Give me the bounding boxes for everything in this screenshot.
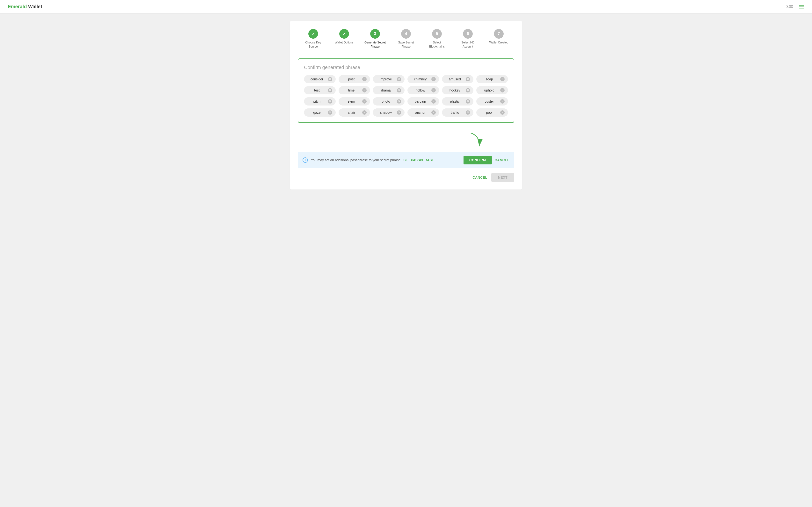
- phrase-remove-13[interactable]: ✕: [328, 99, 332, 104]
- phrase-chip-9: drama ✕: [373, 86, 405, 95]
- wizard-card: ✓ Choose Key Source ✓ Wallet Options 3 G…: [290, 21, 522, 189]
- step-circle-5: 5: [432, 29, 442, 39]
- phrase-chip-22: anchor ✕: [407, 108, 439, 117]
- phrase-chip-6: soap ✕: [476, 75, 508, 83]
- step-1: ✓ Choose Key Source: [298, 29, 329, 49]
- phrase-chip-11: hockey ✕: [442, 86, 474, 95]
- header-right: 0.00: [785, 5, 804, 9]
- phrase-word-20: affair: [342, 111, 361, 114]
- phrase-chip-18: oyster ✕: [476, 97, 508, 106]
- phrase-word-4: chimney: [411, 77, 430, 81]
- phrase-remove-14[interactable]: ✕: [362, 99, 367, 104]
- phrase-remove-7[interactable]: ✕: [328, 88, 332, 93]
- phrase-chip-10: hollow ✕: [407, 86, 439, 95]
- phrase-word-6: soap: [480, 77, 499, 81]
- phrase-word-15: photo: [376, 100, 395, 103]
- step-circle-7: 7: [494, 29, 504, 39]
- passphrase-bar: i You may set an additional passphrase t…: [298, 152, 514, 168]
- set-passphrase-link[interactable]: SET PASSPHRASE: [403, 158, 434, 162]
- phrase-chip-2: post ✕: [339, 75, 370, 83]
- phrase-word-2: post: [342, 77, 361, 81]
- phrase-word-12: uphold: [480, 89, 499, 92]
- step-4: 4 Save Secret Phrase: [391, 29, 421, 49]
- logo-dark: Wallet: [27, 4, 42, 9]
- passphrase-text: You may set an additional passphrase to …: [311, 158, 461, 162]
- app-header: Emerald Wallet 0.00: [0, 0, 812, 13]
- phrase-remove-1[interactable]: ✕: [328, 77, 332, 81]
- phrase-title: Confirm generated phrase: [304, 65, 508, 70]
- phrase-word-22: anchor: [411, 111, 430, 114]
- cancel-bottom-button[interactable]: CANCEL: [472, 175, 487, 179]
- phrase-remove-4[interactable]: ✕: [432, 77, 436, 81]
- phrase-word-7: test: [307, 89, 326, 92]
- phrase-remove-2[interactable]: ✕: [362, 77, 367, 81]
- phrase-word-14: stem: [342, 100, 361, 103]
- phrase-remove-16[interactable]: ✕: [432, 99, 436, 104]
- phrase-remove-8[interactable]: ✕: [362, 88, 367, 93]
- phrase-word-9: drama: [376, 89, 395, 92]
- step-circle-1: ✓: [308, 29, 318, 39]
- menu-icon[interactable]: [799, 5, 804, 8]
- step-7: 7 Wallet Created: [483, 29, 514, 45]
- phrase-chip-12: uphold ✕: [476, 86, 508, 95]
- step-circle-2: ✓: [339, 29, 349, 39]
- bottom-actions: CANCEL NEXT: [298, 173, 514, 182]
- phrase-remove-12[interactable]: ✕: [500, 88, 505, 93]
- phrase-remove-18[interactable]: ✕: [500, 99, 505, 104]
- phrase-word-13: pitch: [307, 100, 326, 103]
- phrase-remove-22[interactable]: ✕: [432, 110, 436, 115]
- phrase-chip-4: chimney ✕: [407, 75, 439, 83]
- phrase-remove-15[interactable]: ✕: [397, 99, 401, 104]
- phrase-chip-1: consider ✕: [304, 75, 336, 83]
- step-label-3: Generate Secret Phrase: [363, 41, 387, 49]
- phrase-chip-20: affair ✕: [339, 108, 370, 117]
- phrase-remove-6[interactable]: ✕: [500, 77, 505, 81]
- phrase-chip-23: traffic ✕: [442, 108, 474, 117]
- balance-display: 0.00: [785, 5, 793, 9]
- step-circle-6: 6: [463, 29, 473, 39]
- phrase-remove-17[interactable]: ✕: [466, 99, 470, 104]
- phrase-chip-7: test ✕: [304, 86, 336, 95]
- phrase-chip-19: gaze ✕: [304, 108, 336, 117]
- logo-green: Emerald: [8, 4, 27, 9]
- phrase-word-11: hockey: [445, 89, 464, 92]
- phrase-chip-3: improve ✕: [373, 75, 405, 83]
- phrase-remove-11[interactable]: ✕: [466, 88, 470, 93]
- step-5: 5 Select Blockchains: [421, 29, 452, 49]
- phrase-word-3: improve: [376, 77, 395, 81]
- cancel-passphrase-button[interactable]: CANCEL: [495, 158, 509, 162]
- confirm-button[interactable]: CONFIRM: [463, 156, 492, 164]
- phrase-remove-10[interactable]: ✕: [432, 88, 436, 93]
- phrase-remove-24[interactable]: ✕: [500, 110, 505, 115]
- phrase-word-16: bargain: [411, 100, 430, 103]
- menu-line-3: [799, 8, 804, 8]
- phrase-remove-19[interactable]: ✕: [328, 110, 332, 115]
- step-circle-4: 4: [401, 29, 411, 39]
- phrase-word-24: pool: [480, 111, 499, 114]
- phrase-remove-3[interactable]: ✕: [397, 77, 401, 81]
- phrase-remove-21[interactable]: ✕: [397, 110, 401, 115]
- phrase-remove-20[interactable]: ✕: [362, 110, 367, 115]
- steps-container: ✓ Choose Key Source ✓ Wallet Options 3 G…: [298, 29, 514, 49]
- phrase-word-5: amused: [445, 77, 464, 81]
- phrase-remove-9[interactable]: ✕: [397, 88, 401, 93]
- step-label-7: Wallet Created: [489, 41, 508, 45]
- phrase-box: Confirm generated phrase consider ✕ post…: [298, 58, 514, 123]
- phrase-chip-16: bargain ✕: [407, 97, 439, 106]
- menu-line-2: [799, 6, 804, 7]
- phrase-word-10: hollow: [411, 89, 430, 92]
- phrase-word-8: time: [342, 89, 361, 92]
- phrase-word-23: traffic: [445, 111, 464, 114]
- step-label-4: Save Secret Phrase: [394, 41, 418, 49]
- phrase-word-18: oyster: [480, 100, 499, 103]
- phrase-chip-17: plastic ✕: [442, 97, 474, 106]
- phrase-word-17: plastic: [445, 100, 464, 103]
- step-2: ✓ Wallet Options: [329, 29, 360, 45]
- phrase-word-19: gaze: [307, 111, 326, 114]
- phrase-remove-23[interactable]: ✕: [466, 110, 470, 115]
- step-circle-3: 3: [370, 29, 380, 39]
- main-content: ✓ Choose Key Source ✓ Wallet Options 3 G…: [0, 13, 812, 197]
- phrase-chip-21: shadow ✕: [373, 108, 405, 117]
- phrase-remove-5[interactable]: ✕: [466, 77, 470, 81]
- step-label-6: Select HD Account: [456, 41, 480, 49]
